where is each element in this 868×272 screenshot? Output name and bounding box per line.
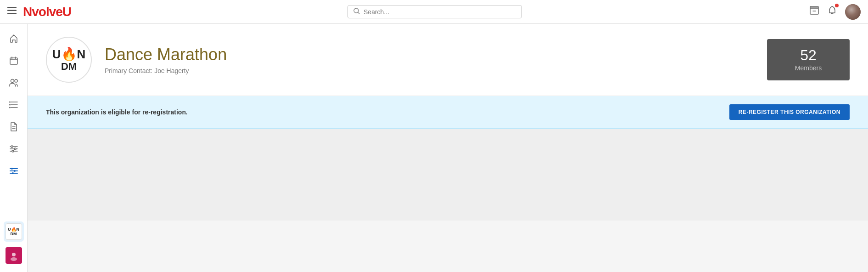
sidebar-item-sliders[interactable] [4,139,24,159]
svg-point-35 [12,253,16,256]
top-nav: NvolveU [0,0,868,24]
org-mini-logo-2 [6,247,22,264]
svg-rect-1 [7,10,17,11]
sidebar-item-lines[interactable] [4,161,24,181]
org-name: Dance Marathon [105,45,754,64]
svg-point-25 [11,146,13,147]
sidebar-item-document[interactable] [4,117,24,137]
svg-point-13 [15,79,17,82]
bell-icon[interactable] [828,6,837,18]
re-register-banner: This organization is eligible for re-reg… [28,96,868,129]
org-logo-top-text: U 🔥 N [52,47,86,62]
sidebar-org-dance-marathon[interactable]: U🔥N DM [4,221,24,242]
sidebar-item-calendar[interactable] [4,51,24,71]
svg-point-26 [14,148,16,150]
archive-icon[interactable] [809,6,819,18]
svg-point-32 [14,170,16,172]
hamburger-icon[interactable] [7,7,17,17]
org-logo-u: U [52,48,61,61]
svg-line-4 [358,12,359,14]
org-logo: U 🔥 N DM [46,37,92,83]
svg-rect-8 [10,58,17,64]
search-bar [347,5,522,18]
main-content: U 🔥 N DM Dance Marathon Primary Contact:… [28,24,868,272]
org-mini-logo-dm: U🔥N DM [6,223,22,240]
org-contact: Primary Contact: Joe Hagerty [105,67,754,74]
sidebar-item-home[interactable] [4,28,24,49]
sidebar-org-2[interactable] [4,245,24,266]
brand-logo: NvolveU [23,5,71,19]
svg-rect-6 [810,6,818,8]
nav-right [798,4,861,20]
members-box: 52 Members [767,39,850,80]
svg-point-36 [11,257,17,261]
user-avatar[interactable] [845,4,861,20]
svg-point-19 [9,107,11,108]
content-body [28,129,868,221]
svg-rect-2 [7,13,17,14]
org-info: Dance Marathon Primary Contact: Joe Hage… [105,45,754,74]
org-logo-bottom-text: DM [61,61,77,72]
svg-point-12 [11,79,14,83]
re-register-button[interactable]: RE-REGISTER THIS ORGANIZATION [729,104,850,120]
svg-point-33 [12,172,14,174]
members-count: 52 [800,48,817,62]
notification-badge [835,4,839,7]
avatar-image [845,4,861,20]
svg-rect-0 [7,7,17,8]
org-header: U 🔥 N DM Dance Marathon Primary Contact:… [28,24,868,96]
org-logo-inner: U 🔥 N DM [52,47,86,73]
body-layout: U🔥N DM U � [0,24,868,272]
svg-point-27 [12,150,14,152]
sidebar-item-list[interactable] [4,95,24,115]
org-logo-flame: 🔥 [61,47,77,62]
members-label: Members [795,64,822,72]
sidebar-item-people[interactable] [4,73,24,93]
svg-point-17 [9,102,11,103]
sidebar: U🔥N DM [0,24,28,272]
svg-point-18 [9,104,11,106]
org-logo-n: N [77,48,86,61]
search-input[interactable] [364,8,516,16]
banner-text: This organization is eligible for re-reg… [46,108,188,116]
svg-point-31 [11,168,13,170]
search-icon [353,8,360,16]
